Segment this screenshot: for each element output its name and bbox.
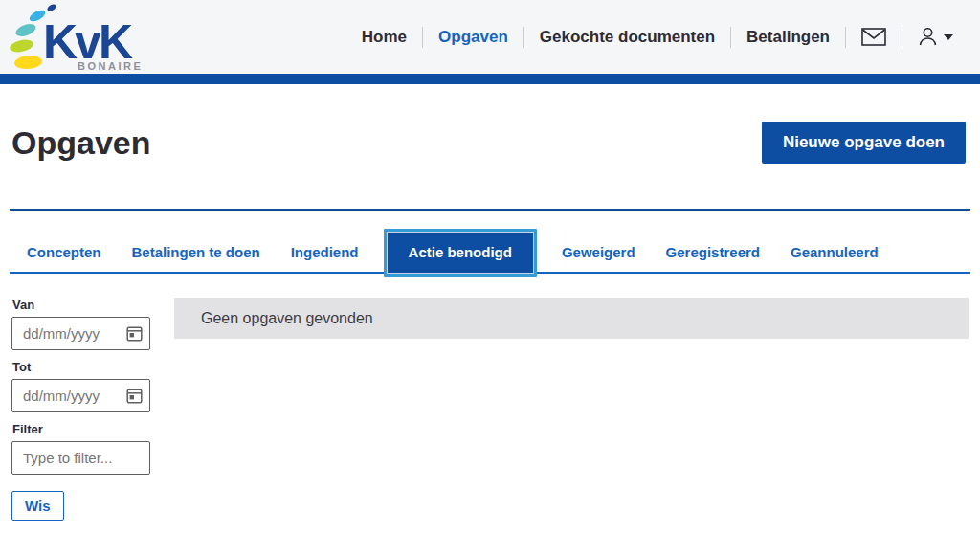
clear-filters-button[interactable]: Wis — [11, 491, 64, 521]
tab-betalingen-te-doen[interactable]: Betalingen te doen — [117, 229, 276, 277]
logo-wordmark: KvK — [43, 18, 130, 66]
nav-item-opgaven[interactable]: Opgaven — [423, 28, 523, 47]
logo-dot-navy — [46, 3, 57, 12]
empty-results-message: Geen opgaven gevonden — [174, 298, 969, 339]
filter-text-input[interactable] — [11, 441, 150, 475]
nav-item-home[interactable]: Home — [346, 28, 422, 47]
results-area: Geen opgaven gevonden — [174, 298, 969, 521]
tot-calendar-icon[interactable] — [126, 388, 143, 404]
top-header: KvK BONAIRE Home Opgaven Gekochte docume… — [0, 0, 980, 74]
filter-label: Filter — [12, 422, 150, 436]
tab-geannuleerd[interactable]: Geannuleerd — [775, 229, 894, 277]
tab-concepten[interactable]: Concepten — [11, 229, 117, 277]
mail-icon[interactable] — [846, 28, 902, 46]
tab-geweigerd[interactable]: Geweigerd — [546, 229, 651, 277]
chevron-down-icon — [944, 34, 953, 40]
tab-actie-benodigd[interactable]: Actie benodigd — [384, 229, 537, 277]
nav-item-gekochte-documenten[interactable]: Gekochte documenten — [524, 28, 730, 47]
van-calendar-icon[interactable] — [126, 325, 143, 342]
logo-dot-teal — [14, 22, 37, 39]
logo-dot-green — [9, 38, 34, 55]
nav-item-betalingen[interactable]: Betalingen — [731, 28, 845, 47]
header-accent-bar — [0, 74, 980, 84]
kvk-logo[interactable]: KvK BONAIRE — [5, 2, 167, 72]
new-opgave-button[interactable]: Nieuwe opgave doen — [762, 122, 966, 164]
status-tabs: Concepten Betalingen te doen Ingediend A… — [10, 211, 970, 278]
person-icon — [918, 27, 938, 47]
logo-region: BONAIRE — [78, 60, 143, 72]
logo-dot-yellow — [13, 55, 42, 70]
page-title: Opgaven — [11, 124, 150, 162]
tot-label: Tot — [12, 360, 150, 374]
van-label: Van — [12, 298, 150, 312]
account-menu-button[interactable] — [902, 27, 969, 47]
main-nav: Home Opgaven Gekochte documenten Betalin… — [346, 0, 969, 74]
filter-sidebar: Van Tot Filter — [11, 298, 150, 521]
tab-ingediend[interactable]: Ingediend — [276, 229, 374, 277]
tab-geregistreerd[interactable]: Geregistreerd — [651, 229, 775, 277]
